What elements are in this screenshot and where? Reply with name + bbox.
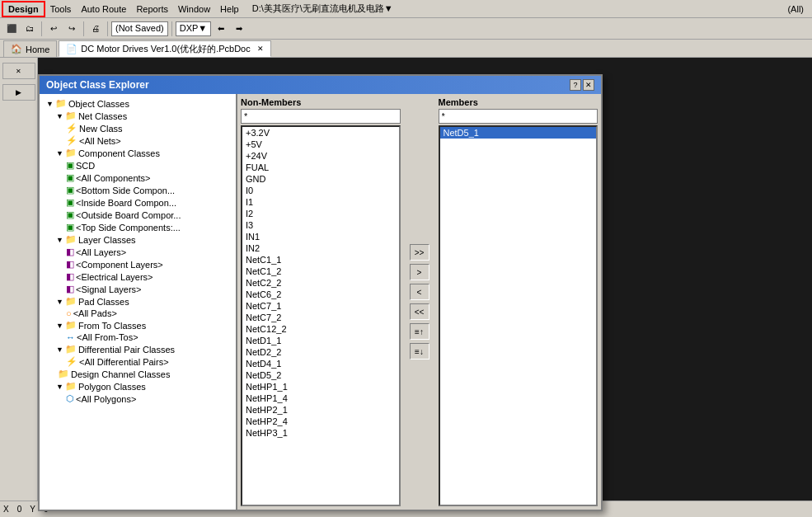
list-item[interactable]: NetHP3_1 [242, 427, 399, 439]
poly-icon-1: ⬡ [66, 393, 74, 404]
comp-icon-4: ▣ [66, 197, 74, 208]
move-up-btn[interactable]: ≡↑ [410, 323, 429, 340]
list-item[interactable]: NetC1_1 [242, 254, 399, 266]
list-item[interactable]: +5V [242, 139, 399, 150]
tree-item-scd[interactable]: ▣ SCD [40, 159, 236, 172]
tree-item-all-fromtos[interactable]: ↔ <All From-Tos> [40, 331, 236, 343]
list-item[interactable]: I0 [242, 185, 399, 196]
dxp-label[interactable]: DXP▼ [176, 21, 212, 36]
list-item[interactable]: NetC7_2 [242, 312, 399, 323]
list-item[interactable]: NetC7_1 [242, 300, 399, 312]
list-item[interactable]: NetD4_1 [242, 358, 399, 369]
menu-window[interactable]: Window [173, 2, 215, 16]
move-down-btn[interactable]: ≡↓ [410, 343, 429, 360]
tree-item-component-classes[interactable]: ▼ 📁 Component Classes [40, 147, 236, 159]
member-netd5-1[interactable]: NetD5_1 [440, 127, 597, 139]
tree-label-layer: Layer Classes [78, 235, 136, 245]
move-right-btn[interactable]: > [410, 264, 429, 280]
members-list[interactable]: NetD5_1 [439, 125, 598, 506]
layer-icon-1: ◧ [66, 247, 74, 257]
all-dropdown[interactable]: (All) [787, 4, 804, 14]
tab-home[interactable]: 🏠 Home [3, 40, 57, 57]
tree-label-net: Net Classes [78, 111, 127, 121]
list-item[interactable]: +3.2V [242, 127, 399, 139]
list-item[interactable]: NetD5_2 [242, 369, 399, 381]
non-members-filter[interactable] [241, 109, 401, 124]
tree-item-object-classes[interactable]: ▼ 📁 Object Classes [40, 97, 236, 110]
tree-item-fromto-classes[interactable]: ▼ 📁 From To Classes [40, 319, 236, 331]
tree-item-design-channel[interactable]: 📁 Design Channel Classes [40, 368, 236, 380]
tree-item-all-pads[interactable]: ○ <All Pads> [40, 308, 236, 319]
list-item[interactable]: I1 [242, 196, 399, 208]
toolbar-btn-5[interactable]: ⬅ [213, 21, 229, 37]
toolbar-print[interactable]: 🖨 [87, 21, 104, 37]
layer-icon-4: ◧ [66, 284, 74, 294]
tree-item-elec-layers[interactable]: ◧ <Electrical Layers> [40, 270, 236, 283]
list-item[interactable]: IN2 [242, 242, 399, 254]
tree-item-diff-classes[interactable]: ▼ 📁 Differential Pair Classes [40, 343, 236, 355]
toolbar-btn-2[interactable]: 🗂 [21, 21, 38, 37]
list-item[interactable]: IN1 [242, 231, 399, 242]
list-item[interactable]: NetHP2_4 [242, 416, 399, 427]
toolbar-btn-4[interactable]: ↪ [63, 21, 80, 37]
menu-help[interactable]: Help [215, 2, 244, 16]
expand-icon-net: ▼ [56, 112, 63, 120]
menu-autoroute[interactable]: Auto Route [76, 2, 131, 16]
move-all-left-btn[interactable]: << [410, 303, 429, 320]
dialog-help-button[interactable]: ? [570, 79, 581, 91]
list-item[interactable]: GND [242, 173, 399, 185]
tree-item-top-side[interactable]: ▣ <Top Side Components:... [40, 221, 236, 233]
toolbar-sep-4 [171, 21, 172, 36]
tree-item-pad-classes[interactable]: ▼ 📁 Pad Classes [40, 295, 236, 308]
list-item[interactable]: NetHP1_4 [242, 392, 399, 404]
toolbar-btn-1[interactable]: ⬛ [3, 21, 20, 37]
move-all-right-btn[interactable]: >> [410, 244, 429, 261]
move-left-btn[interactable]: < [410, 284, 429, 300]
side-btn-close[interactable]: ✕ [2, 63, 35, 79]
list-item[interactable]: I3 [242, 219, 399, 231]
toolbar-sep-1 [41, 21, 42, 36]
side-btn-nav[interactable]: ▶ [2, 84, 35, 101]
list-item[interactable]: NetHP2_1 [242, 404, 399, 416]
dialog-close-button[interactable]: ✕ [583, 79, 594, 91]
tab-pcbdoc[interactable]: 📄 DC Motor Drives Ver1.0(优化好的.PcbDoc ✕ [59, 40, 270, 57]
tree-item-all-layers[interactable]: ◧ <All Layers> [40, 246, 236, 258]
tree-item-comp-layers[interactable]: ◧ <Component Layers> [40, 258, 236, 270]
list-item[interactable]: FUAL [242, 162, 399, 173]
tree-item-layer-classes[interactable]: ▼ 📁 Layer Classes [40, 233, 236, 246]
tree-item-bottom-side[interactable]: ▣ <Bottom Side Compon... [40, 184, 236, 196]
menu-tools[interactable]: Tools [45, 2, 77, 16]
non-members-panel: Non-Members +3.2V +5V +24V FUAL GND I0 I… [241, 97, 401, 506]
tree-label-comp: Component Classes [78, 148, 160, 158]
non-members-list[interactable]: +3.2V +5V +24V FUAL GND I0 I1 I2 I3 IN1 … [241, 125, 401, 506]
list-item[interactable]: NetHP1_1 [242, 381, 399, 392]
tree-item-all-diff[interactable]: ⚡ <All Differential Pairs> [40, 355, 236, 368]
tree-item-new-class[interactable]: ⚡ New Class [40, 122, 236, 134]
toolbar-btn-3[interactable]: ↩ [45, 21, 62, 37]
non-members-label: Non-Members [241, 97, 401, 107]
list-item[interactable]: NetD1_1 [242, 335, 399, 346]
tree-item-all-components[interactable]: ▣ <All Components> [40, 172, 236, 184]
members-panel: Members NetD5_1 [439, 97, 598, 506]
tree-item-net-classes[interactable]: ▼ 📁 Net Classes [40, 110, 236, 122]
list-item[interactable]: NetC12_2 [242, 323, 399, 335]
tree-item-all-nets[interactable]: ⚡ <All Nets> [40, 134, 236, 147]
toolbar-btn-6[interactable]: ➡ [231, 21, 247, 37]
pad-icon-1: ○ [66, 308, 72, 318]
tree-item-signal-layers[interactable]: ◧ <Signal Layers> [40, 283, 236, 295]
list-item[interactable]: +24V [242, 150, 399, 162]
left-panel: ✕ ▶ [0, 58, 38, 501]
menu-design[interactable]: Design [2, 1, 45, 17]
list-item[interactable]: NetC6_2 [242, 289, 399, 300]
list-item[interactable]: NetD2_2 [242, 346, 399, 358]
menu-reports[interactable]: Reports [131, 2, 173, 16]
tree-item-all-polygons[interactable]: ⬡ <All Polygons> [40, 392, 236, 405]
tree-item-outside-board[interactable]: ▣ <Outside Board Compor... [40, 209, 236, 221]
members-filter[interactable] [439, 109, 598, 124]
list-item[interactable]: I2 [242, 208, 399, 219]
tree-item-inside-board[interactable]: ▣ <Inside Board Compon... [40, 196, 236, 209]
tab-close-icon[interactable]: ✕ [257, 45, 264, 53]
tree-item-polygon-classes[interactable]: ▼ 📁 Polygon Classes [40, 380, 236, 392]
list-item[interactable]: NetC2_2 [242, 277, 399, 289]
list-item[interactable]: NetC1_2 [242, 266, 399, 277]
